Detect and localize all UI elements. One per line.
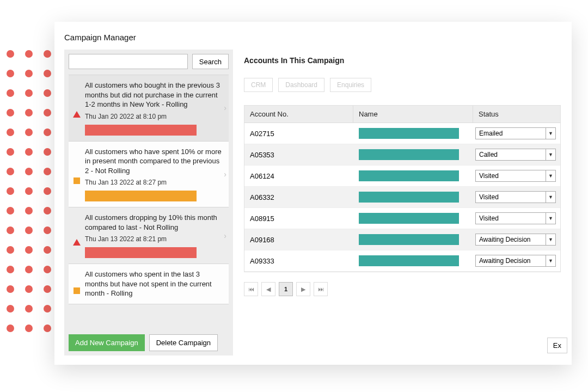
- table-header: Account No. Name Status: [244, 106, 560, 123]
- page-title: Campaign Manager: [64, 33, 562, 42]
- tab-crm[interactable]: CRM: [244, 78, 273, 92]
- table-row[interactable]: A09168 Awaiting Decision ▼: [244, 229, 560, 250]
- chevron-down-icon: ▼: [546, 192, 555, 203]
- status-select[interactable]: Awaiting Decision ▼: [475, 234, 556, 246]
- campaign-title: All customers who bought in the previous…: [85, 81, 224, 109]
- account-no: A06332: [244, 191, 353, 204]
- campaign-bar: [85, 125, 197, 136]
- campaign-bar: [85, 247, 197, 258]
- status-select[interactable]: Emailed ▼: [475, 127, 556, 139]
- account-no: A09168: [244, 234, 353, 246]
- table-row[interactable]: A08915 Visited ▼: [244, 208, 560, 229]
- campaign-item[interactable]: All customers who bought in the previous…: [69, 75, 229, 142]
- app-window: Campaign Manager Search All customers wh…: [54, 22, 572, 365]
- pager-prev-icon[interactable]: ◀: [261, 282, 275, 296]
- campaign-date: Thu Jan 13 2022 at 8:27 pm: [85, 179, 224, 186]
- status-select[interactable]: Visited ▼: [475, 191, 556, 203]
- account-no: A09333: [244, 255, 353, 267]
- name-bar: [359, 128, 459, 139]
- table-row[interactable]: A06124 Visited ▼: [244, 166, 560, 187]
- campaign-date: Thu Jan 20 2022 at 8:10 pm: [85, 113, 224, 120]
- campaign-title: All customers dropping by 10% this month…: [85, 213, 224, 232]
- export-button[interactable]: Ex: [547, 338, 567, 353]
- chevron-down-icon: ▼: [546, 128, 555, 139]
- pager-last-icon[interactable]: ⏭: [314, 282, 328, 296]
- name-bar: [359, 149, 459, 160]
- account-no: A02715: [244, 127, 353, 140]
- accounts-pane: Accounts In This Campaign CRM Dashboard …: [243, 50, 562, 356]
- triangle-red-icon: [73, 111, 81, 118]
- add-campaign-button[interactable]: Add New Campaign: [69, 334, 145, 351]
- pager-first-icon[interactable]: ⏮: [244, 282, 258, 296]
- col-account-no: Account No.: [244, 106, 353, 122]
- table-row[interactable]: A05353 Called ▼: [244, 144, 560, 166]
- square-orange-icon: [74, 287, 80, 294]
- table-row[interactable]: A06332 Visited ▼: [244, 187, 560, 208]
- chevron-down-icon: ▼: [546, 255, 555, 266]
- col-status: Status: [473, 106, 560, 122]
- campaign-item[interactable]: All customers dropping by 10% this month…: [69, 207, 229, 264]
- status-select[interactable]: Visited ▼: [475, 170, 556, 182]
- tab-enquiries[interactable]: Enquiries: [330, 78, 371, 92]
- tab-dashboard[interactable]: Dashboard: [278, 78, 324, 92]
- campaign-title: All customers who spent in the last 3 mo…: [85, 270, 224, 298]
- table-row[interactable]: A02715 Emailed ▼: [244, 123, 560, 144]
- status-select[interactable]: Called ▼: [475, 149, 556, 161]
- accounts-title: Accounts In This Campaign: [244, 56, 561, 65]
- pager-next-icon[interactable]: ▶: [296, 282, 310, 296]
- name-bar: [359, 170, 459, 181]
- chevron-down-icon: ▼: [546, 149, 555, 160]
- account-no: A06124: [244, 170, 353, 182]
- chevron-down-icon: ▼: [546, 213, 555, 224]
- name-bar: [359, 234, 459, 245]
- name-bar: [359, 255, 459, 266]
- triangle-red-icon: [73, 239, 81, 246]
- status-select[interactable]: Awaiting Decision ▼: [475, 255, 556, 267]
- pager-current[interactable]: 1: [279, 282, 293, 296]
- campaign-list: All customers who bought in the previous…: [69, 75, 229, 330]
- campaign-item[interactable]: All customers who have spent 10% or more…: [69, 141, 229, 208]
- pager: ⏮ ◀ 1 ▶ ⏭: [244, 282, 561, 296]
- delete-campaign-button[interactable]: Delete Campaign: [149, 334, 218, 351]
- name-bar: [359, 192, 459, 203]
- chevron-down-icon: ▼: [546, 234, 555, 245]
- account-no: A08915: [244, 212, 353, 225]
- chevron-right-icon: ›: [224, 231, 226, 240]
- col-name: Name: [353, 106, 473, 122]
- chevron-right-icon: ›: [224, 103, 226, 112]
- search-input[interactable]: [69, 54, 188, 69]
- status-select[interactable]: Visited ▼: [475, 212, 556, 224]
- account-no: A05353: [244, 149, 353, 161]
- name-bar: [359, 213, 459, 224]
- campaign-item[interactable]: All customers who spent in the last 3 mo…: [69, 264, 229, 304]
- table-row[interactable]: A09333 Awaiting Decision ▼: [244, 250, 560, 272]
- campaign-bar: [85, 191, 197, 201]
- search-button[interactable]: Search: [192, 54, 229, 69]
- tab-row: CRM Dashboard Enquiries: [244, 78, 561, 92]
- chevron-down-icon: ▼: [546, 170, 555, 181]
- campaign-date: Thu Jan 13 2022 at 8:21 pm: [85, 235, 224, 243]
- campaign-title: All customers who have spent 10% or more…: [85, 147, 224, 176]
- accounts-table: Account No. Name Status A02715 Emailed ▼: [244, 105, 561, 272]
- chevron-right-icon: ›: [224, 170, 226, 179]
- square-orange-icon: [74, 177, 80, 184]
- campaign-sidebar: Search All customers who bought in the p…: [64, 50, 233, 356]
